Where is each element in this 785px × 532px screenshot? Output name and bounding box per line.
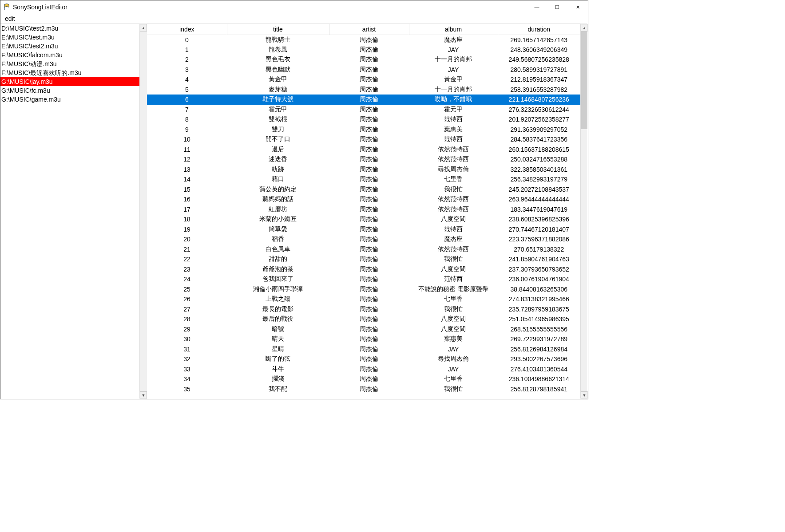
table-row[interactable]: 18米蘭的小鐵匠周杰倫八度空間238.60825396825396 [147, 214, 580, 225]
minimize-button[interactable]: — [527, 0, 547, 14]
table-row[interactable]: 15蒲公英的約定周杰倫我很忙245.20272108843537 [147, 185, 580, 195]
cell-artist: 周杰倫 [329, 55, 409, 65]
cell-duration: 251.05414965986395 [498, 314, 580, 324]
table-row[interactable]: 6鞋子特大號周杰倫哎呦，不錯哦221.14684807256236 [147, 95, 580, 105]
table-row[interactable]: 32斷了的弦周杰倫尋找周杰倫293.5002267573696 [147, 354, 580, 364]
col-header-duration[interactable]: duration [498, 24, 580, 35]
cell-index: 33 [147, 364, 227, 374]
cell-album: JAY [409, 65, 498, 75]
table-row[interactable]: 1龍卷風周杰倫JAY248.3606349206349 [147, 45, 580, 55]
table-row[interactable]: 20稻香周杰倫魔杰座223.37596371882086 [147, 234, 580, 244]
sidebar-scrollbar[interactable]: ▲ ▼ [139, 24, 147, 399]
cell-title: 最長的電影 [227, 304, 329, 315]
table-row[interactable]: 21白色風車周杰倫依然范特西270.65179138322 [147, 244, 580, 255]
table-row[interactable]: 2黑色毛衣周杰倫十一月的肖邦249.56807256235828 [147, 55, 580, 65]
table-row[interactable]: 11退后周杰倫依然范特西260.15637188208615 [147, 145, 580, 155]
app-window: SonySongListEditor — ☐ ✕ edit D:\MUSIC\t… [0, 0, 588, 399]
table-row[interactable]: 26止戰之殤周杰倫七里香274.83138321995466 [147, 294, 580, 304]
cell-title: 黃金甲 [227, 75, 329, 85]
cell-artist: 周杰倫 [329, 264, 409, 275]
table-row[interactable]: 19簡單愛周杰倫范特西270.74467120181407 [147, 225, 580, 235]
menu-edit[interactable]: edit [2, 15, 18, 23]
table-row[interactable]: 35我不配周杰倫我很忙256.8128798185941 [147, 384, 580, 394]
scroll-down-icon[interactable]: ▼ [581, 391, 588, 399]
table-row[interactable]: 4黃金甲周杰倫黃金甲212.8195918367347 [147, 75, 580, 85]
scrollbar-thumb[interactable] [581, 32, 587, 129]
cell-album: 依然范特西 [409, 244, 498, 255]
close-button[interactable]: ✕ [567, 0, 588, 14]
cell-album: 霍元甲 [409, 105, 498, 115]
table-row[interactable]: 0龍戰騎士周杰倫魔杰座269.1657142857143 [147, 35, 580, 45]
cell-index: 26 [147, 294, 227, 304]
table-row[interactable]: 12迷迭香周杰倫依然范特西250.0324716553288 [147, 154, 580, 165]
cell-artist: 周杰倫 [329, 384, 409, 394]
cell-index: 9 [147, 125, 227, 135]
cell-title: 甜甜的 [227, 254, 329, 264]
col-header-album[interactable]: album [409, 24, 498, 35]
playlist-item[interactable]: E:\MUSIC\test2.m3u [0, 42, 139, 51]
table-row[interactable]: 17紅磨坊周杰倫依然范特西183.3447619047619 [147, 205, 580, 215]
table-row[interactable]: 33斗牛周杰倫JAY276.4103401360544 [147, 364, 580, 374]
table-row[interactable]: 9雙刀周杰倫葉惠美291.3639909297052 [147, 125, 580, 135]
maximize-button[interactable]: ☐ [547, 0, 567, 14]
table-row[interactable]: 34擱淺周杰倫七里香236.10049886621314 [147, 374, 580, 384]
playlist-item[interactable]: G:\MUSIC\fc.m3u [0, 86, 139, 95]
cell-index: 29 [147, 324, 227, 335]
window-controls: — ☐ ✕ [527, 0, 588, 14]
cell-title: 湘倫小雨四手聯彈 [227, 284, 329, 295]
cell-index: 14 [147, 174, 227, 185]
playlist-item[interactable]: D:\MUSIC\test2.m3u [0, 24, 139, 33]
table-row[interactable]: 31星晴周杰倫JAY256.8126984126984 [147, 344, 580, 355]
playlist-item[interactable]: E:\MUSIC\test.m3u [0, 33, 139, 42]
table-row[interactable]: 28最后的戰役周杰倫八度空間251.05414965986395 [147, 314, 580, 324]
col-header-artist[interactable]: artist [329, 24, 409, 35]
col-header-index[interactable]: index [147, 24, 227, 35]
cell-index: 35 [147, 384, 227, 394]
table-row[interactable]: 25湘倫小雨四手聯彈周杰倫不能說的秘密 電影原聲帶38.844081632653… [147, 284, 580, 295]
cell-artist: 周杰倫 [329, 274, 409, 284]
cell-title: 止戰之殤 [227, 294, 329, 304]
playlist-item[interactable]: F:\MUSIC\动漫.m3u [0, 59, 139, 68]
table-row[interactable]: 30晴天周杰倫葉惠美269.7229931972789 [147, 334, 580, 344]
song-table[interactable]: index title artist album duration 0龍戰騎士周… [147, 24, 580, 394]
table-row[interactable]: 3黑色幽默周杰倫JAY280.5899319727891 [147, 65, 580, 75]
table-row[interactable]: 7霍元甲周杰倫霍元甲276.32326530612244 [147, 105, 580, 115]
scroll-up-icon[interactable]: ▲ [140, 24, 147, 32]
cell-title: 白色風車 [227, 244, 329, 255]
window-title: SonySongListEditor [13, 4, 527, 11]
table-row[interactable]: 13軌跡周杰倫尋找周杰倫322.3858503401361 [147, 165, 580, 175]
playlist-item[interactable]: G:\MUSIC\jay.m3u [0, 77, 139, 86]
cell-artist: 周杰倫 [329, 134, 409, 145]
table-row[interactable]: 24爸我回來了周杰倫范特西236.00761904761904 [147, 274, 580, 284]
cell-duration: 269.1657142857143 [498, 35, 580, 45]
playlist-item[interactable]: F:\MUSIC\最近喜欢听的.m3u [0, 68, 139, 77]
cell-duration: 293.5002267573696 [498, 354, 580, 364]
col-header-title[interactable]: title [227, 24, 329, 35]
playlist-item[interactable]: G:\MUSIC\game.m3u [0, 95, 139, 104]
table-row[interactable]: 23爺爺泡的茶周杰倫八度空間237.30793650793652 [147, 264, 580, 275]
cell-title: 鞋子特大號 [227, 95, 329, 105]
cell-artist: 周杰倫 [329, 185, 409, 195]
cell-title: 麥芽糖 [227, 85, 329, 95]
table-row[interactable]: 22甜甜的周杰倫我很忙241.85904761904763 [147, 254, 580, 264]
table-row[interactable]: 27最長的電影周杰倫我很忙235.72897959183675 [147, 304, 580, 315]
table-row[interactable]: 8雙截棍周杰倫范特西201.92072562358277 [147, 114, 580, 125]
cell-artist: 周杰倫 [329, 254, 409, 264]
cell-index: 8 [147, 114, 227, 125]
cell-title: 暗號 [227, 324, 329, 335]
table-scrollbar[interactable]: ▲ ▼ [580, 24, 588, 399]
table-row[interactable]: 10開不了口周杰倫范特西284.5837641723356 [147, 134, 580, 145]
table-row[interactable]: 14藉口周杰倫七里香256.3482993197279 [147, 174, 580, 185]
cell-artist: 周杰倫 [329, 45, 409, 55]
cell-album: 八度空間 [409, 314, 498, 324]
scroll-down-icon[interactable]: ▼ [140, 391, 147, 399]
cell-title: 爺爺泡的茶 [227, 264, 329, 275]
cell-title: 黑色毛衣 [227, 55, 329, 65]
playlist-item[interactable]: F:\MUSIC\falcom.m3u [0, 51, 139, 59]
scroll-up-icon[interactable]: ▲ [581, 24, 588, 32]
table-row[interactable]: 16聽媽媽的話周杰倫依然范特西263.96444444444444 [147, 194, 580, 205]
playlist-list[interactable]: D:\MUSIC\test2.m3uE:\MUSIC\test.m3uE:\MU… [0, 24, 139, 399]
table-row[interactable]: 29暗號周杰倫八度空間268.5155555555556 [147, 324, 580, 335]
cell-title: 最后的戰役 [227, 314, 329, 324]
table-row[interactable]: 5麥芽糖周杰倫十一月的肖邦258.3916553287982 [147, 85, 580, 95]
